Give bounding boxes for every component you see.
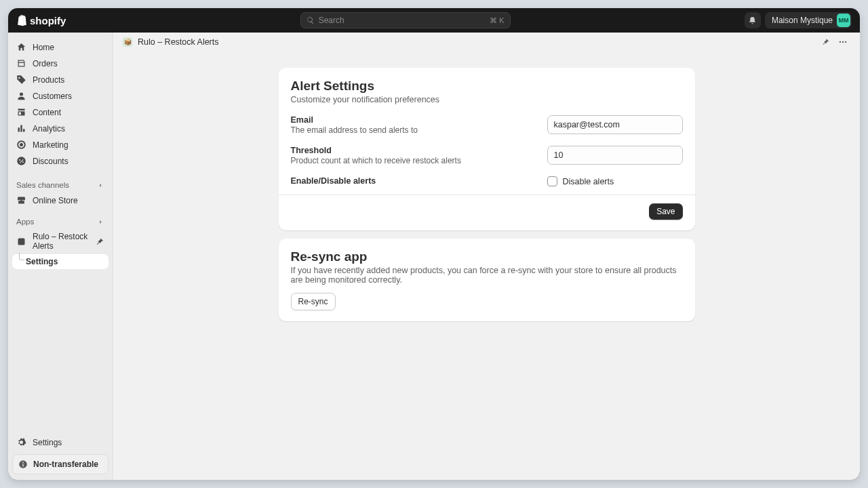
email-input[interactable] (547, 115, 683, 134)
resync-card: Re-sync app If you have recently added n… (279, 239, 695, 321)
apps-heading[interactable]: Apps (12, 214, 108, 229)
alert-settings-card: Alert Settings Customize your notificati… (279, 68, 695, 230)
resync-button[interactable]: Re-sync (291, 293, 336, 310)
more-icon (838, 37, 848, 47)
nav-discounts[interactable]: Discounts (12, 153, 108, 169)
disable-alerts-checkbox-label: Disable alerts (563, 177, 614, 186)
email-help: The email address to send alerts to (291, 125, 531, 135)
store-name: Maison Mystique (772, 16, 833, 25)
search-input[interactable]: Search ⌘ K (300, 12, 511, 28)
nav-orders[interactable]: Orders (12, 56, 108, 71)
resync-title: Re-sync app (291, 249, 683, 264)
threshold-input[interactable] (547, 146, 683, 165)
content-icon (16, 107, 26, 117)
search-placeholder: Search (319, 16, 486, 25)
svg-point-1 (840, 41, 841, 43)
page-title: Rulo – Restock Alerts (138, 37, 219, 47)
topbar: shopify Search ⌘ K Maison Mystique MM (8, 8, 860, 33)
pin-icon (821, 37, 830, 47)
nav-customers[interactable]: Customers (12, 88, 108, 104)
more-button[interactable] (835, 35, 850, 49)
threshold-label: Threshold (291, 146, 531, 155)
chevron-right-icon (97, 218, 104, 226)
svg-point-2 (842, 41, 844, 43)
pin-button[interactable] (818, 35, 833, 49)
nav-online-store[interactable]: Online Store (12, 192, 108, 208)
svg-rect-0 (18, 238, 25, 245)
resync-subtitle: If you have recently added new products,… (291, 266, 683, 285)
main: 📦 Rulo – Restock Alerts Alert Settings C… (113, 33, 860, 480)
shopify-logo[interactable]: shopify (16, 14, 66, 26)
non-transferable-banner[interactable]: Non-transferable (12, 454, 108, 474)
nav-analytics[interactable]: Analytics (12, 121, 108, 136)
gear-icon (16, 437, 26, 447)
nav-content[interactable]: Content (12, 104, 108, 120)
search-shortcut: ⌘ K (490, 16, 504, 25)
app-icon (16, 237, 26, 247)
analytics-icon (16, 123, 26, 134)
save-button[interactable]: Save (649, 203, 682, 220)
notifications-button[interactable] (745, 12, 761, 28)
pin-icon[interactable] (94, 237, 104, 247)
disable-alerts-checkbox[interactable] (547, 176, 557, 186)
page-header: 📦 Rulo – Restock Alerts (113, 33, 860, 52)
tag-icon (16, 75, 26, 85)
discount-icon (16, 156, 26, 166)
enable-disable-label: Enable/Disable alerts (291, 176, 531, 186)
sidebar: Home Orders Products Customers Content A… (8, 33, 113, 480)
orders-icon (16, 58, 26, 68)
store-avatar: MM (837, 14, 850, 27)
threshold-help: Product count at which to receive restoc… (291, 156, 531, 165)
disable-alerts-checkbox-wrap[interactable]: Disable alerts (547, 176, 683, 186)
search-icon (307, 16, 315, 24)
nav-app-rulo[interactable]: Rulo – Restock Alerts (12, 229, 108, 253)
alert-settings-subtitle: Customize your notification preferences (291, 95, 683, 104)
nav-products[interactable]: Products (12, 72, 108, 87)
person-icon (16, 91, 26, 101)
info-icon (18, 460, 28, 469)
nav-marketing[interactable]: Marketing (12, 137, 108, 152)
bell-icon (748, 16, 757, 25)
sales-channels-heading[interactable]: Sales channels (12, 178, 108, 192)
store-icon (16, 195, 26, 205)
nav-settings[interactable]: Settings (12, 434, 108, 450)
home-icon (16, 42, 26, 52)
email-label: Email (291, 115, 531, 125)
nav-app-settings[interactable]: Settings (12, 254, 108, 269)
nav-home[interactable]: Home (12, 39, 108, 55)
divider (279, 195, 695, 195)
svg-point-3 (845, 41, 846, 43)
app-header-icon: 📦 (123, 37, 132, 47)
store-menu[interactable]: Maison Mystique MM (765, 12, 852, 28)
chevron-right-icon (97, 182, 104, 189)
target-icon (16, 140, 26, 150)
alert-settings-title: Alert Settings (291, 79, 683, 94)
